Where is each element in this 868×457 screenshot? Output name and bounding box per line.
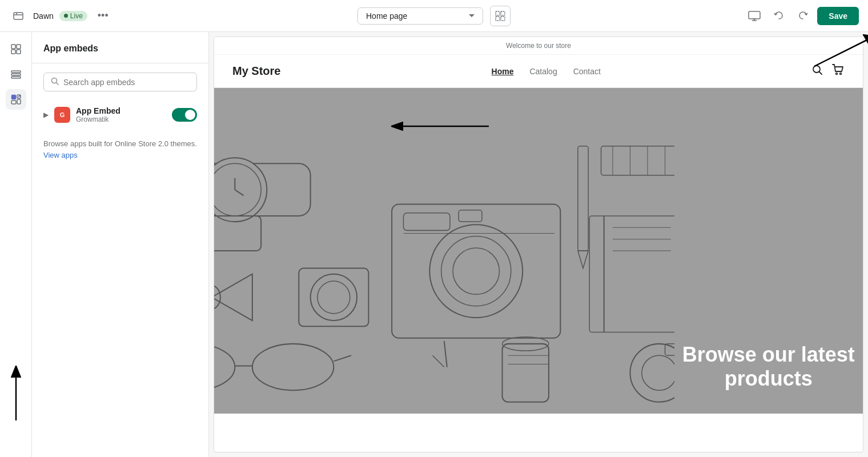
embed-name: App Embed xyxy=(76,106,166,115)
live-badge: Live xyxy=(59,11,87,21)
sidebar-header: App embeds xyxy=(32,32,208,63)
store-logo: My Store xyxy=(232,65,280,78)
svg-rect-14 xyxy=(17,50,21,54)
svg-rect-13 xyxy=(11,50,15,54)
up-arrow-annotation xyxy=(7,358,25,428)
back-button[interactable] xyxy=(9,7,27,25)
expand-arrow-icon[interactable]: ▶ xyxy=(43,111,49,119)
svg-rect-19 xyxy=(11,101,16,104)
search-box[interactable] xyxy=(43,73,197,91)
browse-text: Browse apps built for Online Store 2.0 t… xyxy=(43,138,197,161)
svg-rect-16 xyxy=(11,74,21,75)
svg-line-31 xyxy=(819,72,822,75)
redo-button[interactable] xyxy=(793,6,813,26)
svg-rect-4 xyxy=(501,11,505,15)
embed-toggle[interactable] xyxy=(172,108,197,122)
store-icons xyxy=(811,64,845,78)
chevron-down-icon xyxy=(469,14,475,17)
app-icon: G xyxy=(54,107,70,123)
more-button[interactable]: ••• xyxy=(93,7,113,24)
top-header: Dawn Live ••• Home page xyxy=(0,0,868,32)
svg-point-32 xyxy=(835,73,837,75)
embed-info: App Embed Growmatik xyxy=(76,106,166,123)
svg-rect-21 xyxy=(17,99,21,104)
store-announcement: Welcome to our store xyxy=(214,37,863,55)
icon-bar-app-embeds[interactable] xyxy=(6,89,26,110)
svg-rect-12 xyxy=(17,45,21,49)
preview-frame: Welcome to our store My Store Home Catal… xyxy=(214,37,863,452)
sidebar-panel: App embeds ▶ G App Embed Growmatik xyxy=(32,32,209,457)
store-nav: My Store Home Catalog Contact xyxy=(214,55,863,88)
view-apps-link[interactable]: View apps xyxy=(43,151,78,159)
app-name: Dawn xyxy=(33,11,54,21)
nav-home[interactable]: Home xyxy=(492,67,514,76)
embed-sub: Growmatik xyxy=(76,115,166,123)
hero-text: Browse our latest products xyxy=(674,343,863,414)
sidebar-title: App embeds xyxy=(43,43,197,54)
svg-rect-7 xyxy=(749,11,760,19)
main-layout: App embeds ▶ G App Embed Growmatik xyxy=(0,32,868,457)
grid-view-button[interactable] xyxy=(490,6,511,26)
hero-illustration xyxy=(214,88,674,414)
preview-area: Welcome to our store My Store Home Catal… xyxy=(209,32,868,457)
cart-icon-store[interactable] xyxy=(832,64,845,78)
svg-rect-3 xyxy=(496,11,500,15)
svg-point-33 xyxy=(839,73,841,75)
header-center: Home page xyxy=(130,6,738,26)
icon-bar-dashboard[interactable] xyxy=(6,39,26,59)
icon-bar-sections[interactable] xyxy=(6,64,26,85)
save-button[interactable]: Save xyxy=(817,7,859,25)
header-left: Dawn Live ••• xyxy=(9,7,123,25)
svg-rect-15 xyxy=(11,71,21,73)
page-selector[interactable]: Home page xyxy=(357,7,483,25)
desktop-preview-button[interactable] xyxy=(745,6,764,26)
browse-text-content: Browse apps built for Online Store 2.0 t… xyxy=(43,139,197,148)
live-label: Live xyxy=(70,12,83,20)
header-right: Save xyxy=(745,6,859,26)
search-input[interactable] xyxy=(63,78,190,87)
page-selector-text: Home page xyxy=(366,11,407,21)
hero-area: Browse our latest products xyxy=(214,88,863,414)
sidebar-content: ▶ G App Embed Growmatik Browse apps buil… xyxy=(32,91,208,170)
svg-rect-5 xyxy=(496,17,500,21)
icon-bar xyxy=(0,32,32,457)
svg-rect-11 xyxy=(11,45,15,49)
toggle-slider xyxy=(172,108,197,122)
svg-rect-6 xyxy=(501,17,505,21)
svg-rect-0 xyxy=(14,13,23,19)
nav-links: Home Catalog Contact xyxy=(492,67,601,76)
svg-rect-34 xyxy=(214,88,674,414)
svg-rect-18 xyxy=(11,95,16,99)
undo-button[interactable] xyxy=(769,6,788,26)
nav-contact[interactable]: Contact xyxy=(573,67,601,76)
svg-rect-17 xyxy=(11,77,21,78)
search-icon xyxy=(51,77,59,87)
svg-line-27 xyxy=(57,83,59,85)
search-icon-store[interactable] xyxy=(811,64,823,78)
nav-catalog[interactable]: Catalog xyxy=(529,67,557,76)
live-dot xyxy=(64,14,68,18)
embed-item: ▶ G App Embed Growmatik xyxy=(43,101,197,129)
